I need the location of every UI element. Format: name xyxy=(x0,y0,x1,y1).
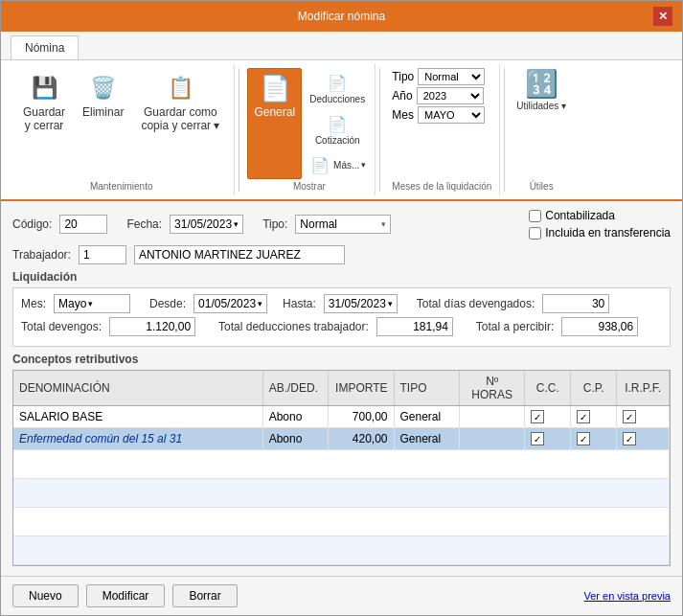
cp-checkbox-2[interactable]: ✓ xyxy=(577,432,590,445)
mas-button[interactable]: 📄 Más... ▾ xyxy=(304,150,371,179)
cp-checkbox-1[interactable]: ✓ xyxy=(577,410,590,423)
total-percibir-label: Total a percibir: xyxy=(476,320,554,333)
utiles-label: Utilidades ▾ xyxy=(516,101,566,111)
mes-liquidacion-arrow: ▾ xyxy=(88,299,93,308)
guardar-copia-button[interactable]: 📋 Guardar comocopia y cerrar ▾ xyxy=(134,68,226,138)
nuevo-button[interactable]: Nuevo xyxy=(12,584,79,607)
cc-checkbox-2[interactable]: ✓ xyxy=(531,432,544,445)
codigo-input[interactable] xyxy=(59,215,107,234)
desde-dropdown[interactable]: 01/05/2023 ▾ xyxy=(194,294,267,313)
irpf-checkbox-1[interactable]: ✓ xyxy=(623,410,636,423)
total-percibir-input[interactable] xyxy=(561,317,638,336)
ano-row: Año 2023 xyxy=(392,87,491,104)
cell-ab-ded-1: Abono xyxy=(262,406,328,428)
eliminar-button[interactable]: 🗑️ Eliminar xyxy=(76,68,130,124)
guardar-button[interactable]: 💾 Guardary cerrar xyxy=(16,68,72,138)
trabajador-label: Trabajador: xyxy=(12,248,71,262)
total-deducciones-input[interactable] xyxy=(376,317,453,336)
fecha-label: Fecha: xyxy=(126,217,162,231)
mantenimiento-buttons: 💾 Guardary cerrar 🗑️ Eliminar 📋 Guardar … xyxy=(16,68,226,175)
contabilizada-label: Contabilizada xyxy=(545,209,615,222)
col-denominacion: DENOMINACIÓN xyxy=(13,371,262,406)
ribbon: 💾 Guardary cerrar 🗑️ Eliminar 📋 Guardar … xyxy=(1,60,682,201)
col-irpf: I.R.P.F. xyxy=(617,371,670,406)
cotizacion-icon: 📄 xyxy=(326,112,349,135)
title-bar: Modificar nómina ✕ xyxy=(1,1,682,32)
ano-select[interactable]: 2023 xyxy=(417,87,484,104)
mostrar-label: Mostrar xyxy=(293,181,326,192)
vista-previa-link[interactable]: Ver en vista previa xyxy=(584,590,672,602)
conceptos-title: Conceptos retributivos xyxy=(12,353,671,366)
mes-liquidacion-dropdown[interactable]: Mayo ▾ xyxy=(54,294,130,313)
trabajador-id-input[interactable] xyxy=(79,245,126,264)
total-dias-input[interactable] xyxy=(542,294,609,313)
mes-liquidacion-value: Mayo xyxy=(58,297,86,310)
ano-label: Año xyxy=(392,89,412,103)
trabajador-name-input[interactable] xyxy=(134,245,345,264)
guardar-label: Guardary cerrar xyxy=(23,105,65,133)
footer: Nuevo Modificar Borrar Ver en vista prev… xyxy=(1,576,682,615)
ribbon-tabs: Nómina xyxy=(1,32,682,60)
irpf-checkbox-2[interactable]: ✓ xyxy=(623,432,636,445)
desde-label: Desde: xyxy=(149,297,186,310)
hasta-dropdown[interactable]: 31/05/2023 ▾ xyxy=(324,294,398,313)
table-row-empty xyxy=(13,508,670,536)
modificar-button[interactable]: Modificar xyxy=(86,584,166,607)
tab-nomina[interactable]: Nómina xyxy=(11,35,79,59)
window-title: Modificar nómina xyxy=(30,10,653,23)
ribbon-group-meses: Tipo Normal Año 2023 Mes MAYO Meses de l… xyxy=(384,64,500,195)
transferencia-checkbox[interactable] xyxy=(529,227,541,240)
cotizacion-button[interactable]: 📄 Cotización xyxy=(304,109,371,148)
table-row-empty xyxy=(13,450,670,479)
cell-importe-1: 700,00 xyxy=(329,406,394,428)
fecha-arrow: ▾ xyxy=(234,219,239,229)
table-row[interactable]: SALARIO BASE Abono 700,00 General ✓ ✓ ✓ xyxy=(13,406,670,428)
divider-1 xyxy=(239,68,239,192)
save-icon: 💾 xyxy=(29,73,59,103)
general-button[interactable]: 📄 General xyxy=(247,68,302,179)
cell-denominacion-2: Enfermedad común del 15 al 31 xyxy=(13,428,262,450)
col-cp: C.P. xyxy=(571,371,617,406)
contabilizada-checkbox[interactable] xyxy=(529,210,541,222)
liquidacion-row-2: Total devengos: Total deducciones trabaj… xyxy=(21,317,662,336)
col-horas: Nº HORAS xyxy=(459,371,524,406)
utiles-icon: 🔢 xyxy=(526,68,557,99)
copy-icon: 📋 xyxy=(165,73,195,103)
fecha-dropdown[interactable]: 31/05/2023 ▾ xyxy=(170,215,243,234)
liquidacion-box: Mes: Mayo ▾ Desde: 01/05/2023 ▾ Hasta: 3… xyxy=(12,287,671,347)
cell-denominacion-1: SALARIO BASE xyxy=(13,406,262,428)
cell-tipo-1: General xyxy=(394,406,459,428)
col-tipo: TIPO xyxy=(394,371,459,406)
hasta-value: 31/05/2023 xyxy=(329,297,386,310)
cell-ab-ded-2: Abono xyxy=(262,428,328,450)
mas-icon: 📄 xyxy=(308,153,331,176)
ribbon-group-mantenimiento: 💾 Guardary cerrar 🗑️ Eliminar 📋 Guardar … xyxy=(9,64,235,195)
total-deducciones-label: Total deducciones trabajador: xyxy=(218,320,369,333)
total-devengos-input[interactable] xyxy=(109,317,195,336)
transferencia-row: Incluida en transferencia xyxy=(529,226,671,240)
tipo-select[interactable]: Normal xyxy=(418,68,485,85)
tipo-label: Tipo xyxy=(392,70,414,83)
mas-label: Más... xyxy=(333,160,359,171)
cc-checkbox-1[interactable]: ✓ xyxy=(531,410,544,423)
close-button[interactable]: ✕ xyxy=(653,7,672,26)
cell-importe-2: 420,00 xyxy=(329,428,394,450)
mes-select[interactable]: MAYO xyxy=(418,106,485,124)
deducciones-button[interactable]: 📄 Deducciones xyxy=(304,68,371,107)
deducciones-label: Deducciones xyxy=(309,94,365,104)
main-content: Código: Fecha: 31/05/2023 ▾ Tipo: Normal… xyxy=(1,201,682,576)
borrar-button[interactable]: Borrar xyxy=(172,584,237,607)
ribbon-group-utiles[interactable]: 🔢 Utilidades ▾ Útiles xyxy=(509,64,574,195)
table-row-empty xyxy=(13,536,670,565)
main-window: Modificar nómina ✕ Nómina 💾 Guardary cer… xyxy=(0,0,683,616)
tipo-form-dropdown[interactable]: Normal ▾ xyxy=(295,215,391,234)
delete-icon: 🗑️ xyxy=(88,73,119,103)
table-row[interactable]: Enfermedad común del 15 al 31 Abono 420,… xyxy=(13,428,670,450)
contabilizada-row: Contabilizada xyxy=(529,209,671,222)
mes-label-ribbon: Mes xyxy=(392,108,414,122)
cell-tipo-2: General xyxy=(394,428,459,450)
transferencia-label: Incluida en transferencia xyxy=(545,226,671,240)
eliminar-label: Eliminar xyxy=(82,105,124,119)
deducciones-icon: 📄 xyxy=(326,71,349,94)
total-devengos-label: Total devengos: xyxy=(21,320,102,333)
